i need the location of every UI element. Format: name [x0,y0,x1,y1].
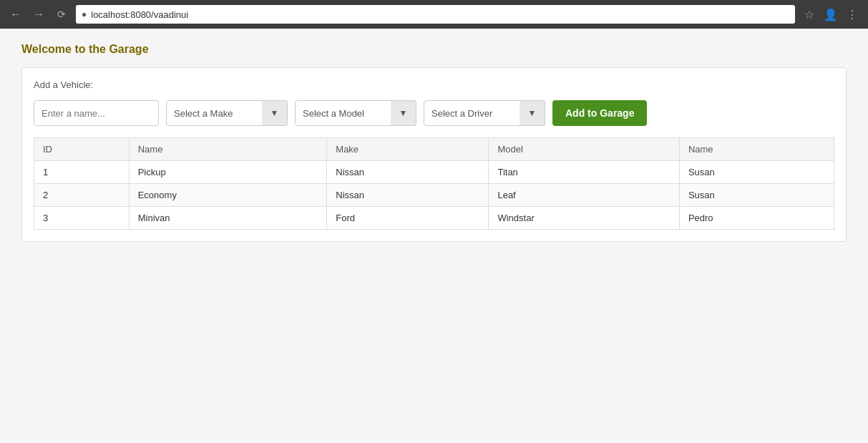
table-body: 1 Pickup Nissan Titan Susan 2 Economy Ni… [34,161,834,230]
model-select-wrapper: Select a Model ▼ [295,100,416,126]
refresh-button[interactable]: ⟳ [53,6,70,23]
col-header-model: Model [489,138,679,161]
url-text: localhost:8080/vaadinui [91,9,188,20]
driver-select-wrapper: Select a Driver ▼ [424,100,545,126]
cell-name: Pickup [129,161,327,184]
table-row: 1 Pickup Nissan Titan Susan [34,161,834,184]
forward-button[interactable]: → [30,6,47,23]
cell-make: Ford [327,207,489,230]
cell-id: 1 [34,161,130,184]
address-bar: ● localhost:8080/vaadinui [76,5,795,24]
bookmark-button[interactable]: ☆ [801,6,818,23]
back-button[interactable]: ← [7,6,24,23]
cell-name: Minivan [129,207,327,230]
menu-button[interactable]: ⋮ [844,6,861,23]
cell-model: Leaf [489,184,679,207]
page-content: Welcome to the Garage Add a Vehicle: Sel… [0,29,868,443]
cell-make: Nissan [327,161,489,184]
form-row: Select a Make ▼ Select a Model ▼ Select … [34,100,834,126]
cell-id: 2 [34,184,130,207]
cell-driver: Pedro [679,207,834,230]
make-select[interactable]: Select a Make [166,100,288,126]
table-row: 3 Minivan Ford Windstar Pedro [34,207,834,230]
make-select-wrapper: Select a Make ▼ [166,100,288,126]
cell-make: Nissan [327,184,489,207]
main-card: Add a Vehicle: Select a Make ▼ Select a … [21,67,847,242]
cell-driver: Susan [679,161,834,184]
table-header: ID Name Make Model Name [34,138,834,161]
col-header-driver: Name [679,138,834,161]
browser-chrome: ← → ⟳ ● localhost:8080/vaadinui ☆ 👤 ⋮ [0,0,868,29]
driver-select[interactable]: Select a Driver [424,100,545,126]
col-header-make: Make [327,138,489,161]
cell-model: Windstar [489,207,679,230]
profile-button[interactable]: 👤 [822,6,839,23]
cell-id: 3 [34,207,130,230]
model-select[interactable]: Select a Model [295,100,416,126]
col-header-name: Name [129,138,327,161]
table-row: 2 Economy Nissan Leaf Susan [34,184,834,207]
cell-driver: Susan [679,184,834,207]
page-title: Welcome to the Garage [21,43,847,56]
table-header-row: ID Name Make Model Name [34,138,834,161]
cell-model: Titan [489,161,679,184]
name-input[interactable] [34,100,159,126]
cell-name: Economy [129,184,327,207]
card-label: Add a Vehicle: [34,79,834,90]
vehicle-table: ID Name Make Model Name 1 Pickup Nissan … [34,137,834,230]
col-header-id: ID [34,138,130,161]
lock-icon: ● [82,9,87,19]
browser-actions: ☆ 👤 ⋮ [801,6,861,23]
add-to-garage-button[interactable]: Add to Garage [552,100,647,126]
